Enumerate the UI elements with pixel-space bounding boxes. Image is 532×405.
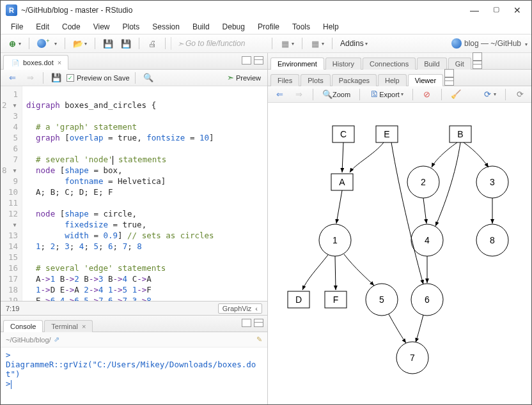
clear-console-icon[interactable]: ✎: [256, 335, 262, 344]
node-F: F: [325, 291, 347, 308]
pane-collapse-icon[interactable]: [254, 56, 263, 65]
ed-save-button[interactable]: 💾: [49, 71, 64, 85]
grid2-button[interactable]: ▦: [308, 36, 327, 50]
terminal-close-icon[interactable]: ×: [82, 323, 86, 330]
sync-button[interactable]: ⟳: [480, 88, 499, 102]
save-all-button[interactable]: 💾: [118, 36, 134, 50]
minimize-button[interactable]: —: [470, 5, 479, 15]
project-r-icon: [451, 38, 462, 49]
viewer-back-button[interactable]: ⇐: [272, 88, 287, 102]
menu-tools[interactable]: Tools: [287, 21, 315, 33]
remove-button[interactable]: ⊘: [419, 88, 435, 102]
svg-text:6: 6: [425, 294, 430, 305]
tab-history[interactable]: History: [325, 57, 361, 70]
cursor-position: 7:19: [6, 305, 19, 312]
svg-text:5: 5: [379, 294, 384, 305]
svg-text:D: D: [295, 294, 302, 305]
grid-button[interactable]: ▦: [278, 36, 297, 50]
node-1: 1: [319, 224, 351, 256]
ed-back-button[interactable]: ⇐: [4, 71, 20, 85]
viewer-tabbar: Files Plots Packages Help Viewer: [268, 70, 531, 86]
node-5: 5: [366, 284, 398, 316]
zoom-button[interactable]: 🔍Zoom: [320, 88, 353, 102]
editor-code[interactable]: digraph boxes_and_circles { # a 'graph' …: [22, 86, 267, 301]
menu-plots[interactable]: Plots: [118, 21, 145, 33]
tab-git[interactable]: Git: [448, 57, 471, 70]
close-tab-icon[interactable]: ×: [58, 59, 61, 66]
export-label: Export: [379, 91, 400, 98]
refresh-button[interactable]: ⟳: [512, 88, 528, 102]
project-menu-chevron[interactable]: [524, 39, 528, 48]
preview-on-save-group[interactable]: ✓ Preview on Save: [66, 74, 130, 82]
rstudio-icon: R: [6, 4, 17, 16]
svg-text:F: F: [333, 294, 339, 305]
language-selector[interactable]: GraphViz ‹: [218, 303, 262, 314]
tab-plots[interactable]: Plots: [301, 74, 330, 86]
tab-viewer[interactable]: Viewer: [408, 74, 443, 86]
new-project-button[interactable]: +: [35, 36, 59, 50]
pane-layout-icon[interactable]: [242, 56, 251, 65]
code-editor[interactable]: 12 ▾345678 ▾9101112 ▾1314151617181920212…: [1, 86, 267, 301]
node-3: 3: [476, 166, 508, 198]
viewer-pane-icon[interactable]: [444, 69, 454, 77]
addins-button[interactable]: Addins: [338, 36, 370, 50]
wd-browse-icon[interactable]: ⇗: [54, 335, 59, 344]
preview-button[interactable]: ➣Preview: [223, 71, 263, 85]
node-E: E: [376, 126, 398, 142]
console-tabbar: Console Terminal×: [1, 316, 267, 332]
print-button[interactable]: 🖨: [145, 36, 160, 50]
console-pane-icon[interactable]: [242, 319, 251, 327]
goto-file-function[interactable]: ➣ Go to file/function: [171, 37, 267, 50]
export-button[interactable]: 🖻Export: [366, 88, 406, 102]
tab-environment[interactable]: Environment: [270, 57, 324, 70]
ed-find-button[interactable]: 🔍: [141, 71, 156, 85]
menu-view[interactable]: View: [88, 21, 115, 33]
maximize-button[interactable]: ▢: [493, 5, 499, 15]
tab-connections[interactable]: Connections: [363, 57, 416, 70]
env-collapse-icon[interactable]: [473, 61, 482, 69]
editor-gutter: 12 ▾345678 ▾9101112 ▾1314151617181920212…: [1, 86, 22, 301]
goto-placeholder: Go to file/function: [185, 39, 245, 48]
close-button[interactable]: ✕: [513, 5, 521, 15]
tab-terminal[interactable]: Terminal×: [44, 320, 93, 332]
ed-forward-button[interactable]: ⇒: [22, 71, 38, 85]
menu-profile[interactable]: Profile: [253, 21, 285, 33]
editor-tab-boxes[interactable]: 📄 boxes.dot ×: [3, 55, 68, 70]
menu-file[interactable]: File: [6, 21, 28, 33]
viewer-collapse-icon[interactable]: [444, 77, 454, 86]
svg-line-29: [336, 190, 342, 224]
menu-session[interactable]: Session: [147, 21, 185, 33]
tab-packages[interactable]: Packages: [332, 74, 377, 86]
console-collapse-icon[interactable]: [254, 319, 263, 327]
viewer-forward-button[interactable]: ⇒: [291, 88, 306, 102]
window-title: ~/GitHub/blog - master - RStudio: [21, 6, 470, 15]
save-button[interactable]: 💾: [100, 36, 116, 50]
tab-files[interactable]: Files: [270, 74, 299, 86]
tab-build[interactable]: Build: [417, 57, 446, 70]
svg-text:A: A: [339, 177, 345, 187]
console-body[interactable]: > DiagrammeR::grViz("C:/Users/Mikey/Down…: [1, 348, 267, 404]
editor-toolbar: ⇐ ⇒ 💾 ✓ Preview on Save 🔍 ➣Preview: [1, 70, 267, 86]
tab-console[interactable]: Console: [3, 320, 43, 332]
viewer-body: C E B A 2 3 1 4 8 D F 5 6: [268, 103, 531, 404]
env-tabbar: Environment History Connections Build Gi…: [268, 53, 531, 70]
tab-help[interactable]: Help: [378, 74, 407, 86]
new-file-button[interactable]: ⊕: [4, 36, 24, 50]
node-8: 8: [476, 224, 508, 256]
menu-code[interactable]: Code: [57, 21, 86, 33]
node-7: 7: [396, 342, 428, 374]
node-2: 2: [407, 166, 439, 198]
menu-bar: File Edit Code View Plots Session Build …: [1, 20, 531, 34]
node-6: 6: [411, 284, 443, 316]
project-label[interactable]: blog — ~/GitHub: [464, 39, 521, 48]
preview-on-save-checkbox[interactable]: ✓: [66, 74, 74, 82]
menu-edit[interactable]: Edit: [31, 21, 54, 33]
svg-text:C: C: [340, 129, 347, 139]
menu-help[interactable]: Help: [318, 21, 344, 33]
env-pane-icon[interactable]: [473, 52, 482, 61]
open-file-button[interactable]: 📂: [70, 36, 90, 50]
menu-debug[interactable]: Debug: [217, 21, 250, 33]
menu-build[interactable]: Build: [187, 21, 215, 33]
preview-on-save-label: Preview on Save: [77, 74, 130, 82]
clear-button[interactable]: 🧹: [448, 88, 464, 102]
